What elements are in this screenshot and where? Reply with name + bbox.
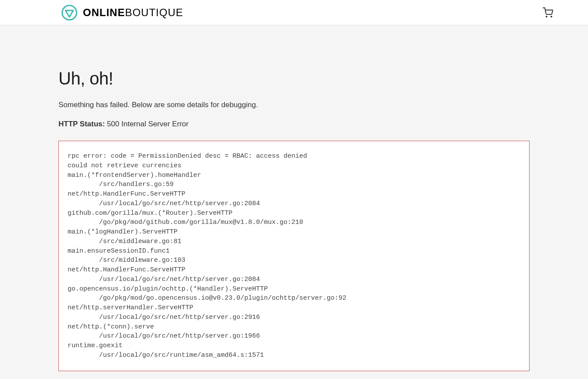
http-status-value: 500 Internal Server Error [107, 120, 188, 128]
brand-logo-icon [61, 4, 78, 21]
site-header: ONLINEBOUTIQUE [0, 0, 588, 25]
svg-point-2 [551, 16, 552, 17]
http-status-label: HTTP Status: [58, 120, 105, 128]
svg-point-0 [62, 5, 77, 20]
brand-bold: ONLINE [83, 7, 125, 18]
error-subtext: Something has failed. Below are some det… [58, 101, 530, 109]
brand-light: BOUTIQUE [125, 7, 183, 18]
cart-icon[interactable] [543, 7, 553, 18]
error-stack-trace: rpc error: code = PermissionDenied desc … [58, 141, 530, 371]
error-heading: Uh, oh! [58, 69, 530, 88]
svg-point-1 [546, 16, 547, 17]
http-status-line: HTTP Status: 500 Internal Server Error [58, 120, 530, 129]
brand-logo-text: ONLINEBOUTIQUE [83, 7, 183, 19]
brand-logo[interactable]: ONLINEBOUTIQUE [61, 4, 183, 21]
main-content: Uh, oh! Something has failed. Below are … [58, 25, 530, 379]
